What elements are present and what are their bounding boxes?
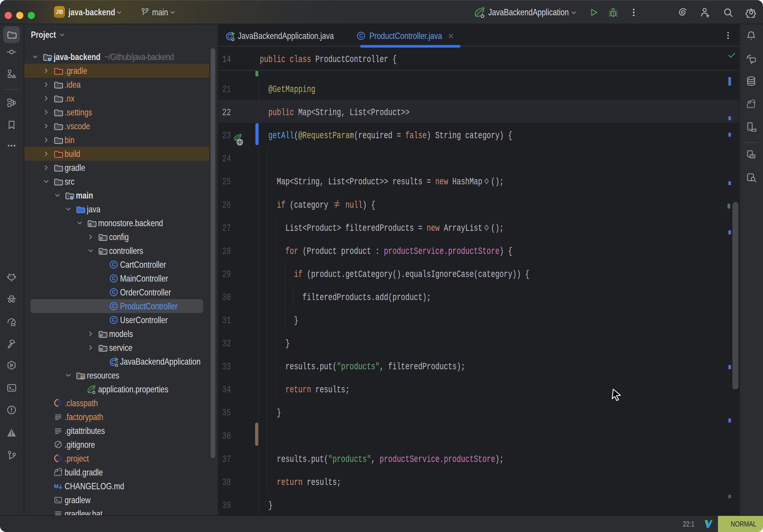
svg-text:M: M xyxy=(54,483,58,489)
svg-text:C: C xyxy=(112,317,116,323)
svg-text:C: C xyxy=(359,33,363,39)
svg-text:C: C xyxy=(112,275,116,281)
svg-text:C: C xyxy=(112,303,116,309)
svg-text:C: C xyxy=(112,262,116,267)
svg-text:C: C xyxy=(112,289,116,295)
